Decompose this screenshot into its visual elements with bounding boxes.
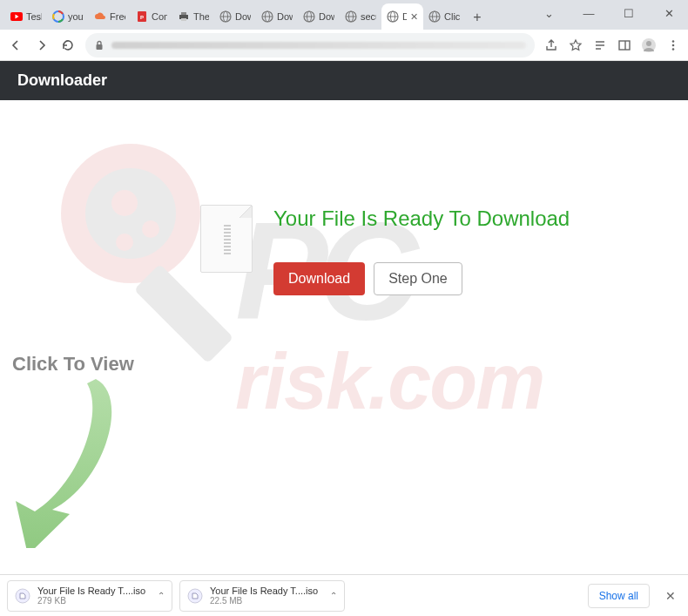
svg-rect-25 [97,44,103,50]
window-maximize-icon[interactable]: ☐ [617,4,641,22]
tab-6[interactable]: Dow [256,3,298,30]
file-icon [200,205,253,273]
svg-point-29 [646,41,651,46]
tab-favicon-icon [219,10,232,23]
tab-7[interactable]: Dow [298,3,340,30]
tab-label: Con [152,11,167,22]
tab-favicon-icon [428,10,441,23]
tab-label: Tesl [26,11,42,22]
tab-3[interactable]: PCon [131,3,172,30]
download-card-0[interactable]: Your File Is Ready T....iso279 KB⌃ [7,580,172,612]
step-one-button[interactable]: Step One [374,262,462,295]
back-button[interactable] [7,37,24,54]
reload-button[interactable] [59,37,77,54]
tab-favicon-icon: P [136,10,148,23]
shelf-close-icon[interactable]: ✕ [660,586,681,606]
tab-2[interactable]: Free [89,3,131,30]
tab-5[interactable]: Dow [214,3,256,30]
download-size: 279 KB [37,596,151,606]
tab-1[interactable]: yout [47,3,89,30]
tab-4[interactable]: The [172,3,214,30]
lock-icon [94,40,105,51]
tab-label: D [402,11,407,22]
tab-label: Dow [235,11,251,22]
tab-label: Click [444,11,460,22]
profile-icon[interactable] [641,37,657,53]
tab-strip: TeslyoutFreePConTheDowDowDowsecuD✕Click+ [0,0,536,30]
tab-0[interactable]: Tesl [5,3,47,30]
download-size: 22.5 MB [210,596,323,606]
tab-favicon-icon [345,10,357,23]
page-title: Downloader [0,61,688,100]
tab-label: secu [361,11,376,22]
svg-rect-6 [181,18,186,21]
window-dropdown-icon[interactable]: ⌄ [536,4,561,22]
window-close-icon[interactable]: ✕ [657,4,681,22]
download-shelf: Your File Is Ready T....iso279 KB⌃Your F… [0,574,688,616]
tab-10[interactable]: Click [423,3,465,30]
download-card-1[interactable]: Your File Is Ready T....iso22.5 MB⌃ [179,580,345,612]
browser-toolbar [0,30,688,61]
tab-favicon-icon [387,10,399,23]
tab-label: Dow [319,11,334,22]
forward-button[interactable] [33,37,51,54]
address-bar[interactable] [85,33,535,58]
tab-favicon-icon [303,10,315,23]
svg-rect-26 [619,41,630,50]
tab-close-icon[interactable]: ✕ [410,11,418,23]
download-name: Your File Is Ready T....iso [210,586,323,596]
click-to-view-label: Click To View [12,353,134,376]
download-title: Your File Is Ready To Download [273,205,636,233]
svg-rect-5 [181,12,186,15]
share-icon[interactable] [543,37,559,53]
watermark: PC risk.com [26,135,662,512]
tab-9[interactable]: D✕ [381,3,423,30]
tab-favicon-icon [52,10,64,23]
star-icon[interactable] [568,37,583,53]
page-content: Downloader PC risk.com Your File Is Read… [0,61,688,548]
svg-point-30 [672,40,675,43]
window-controls: ⌄ — ☐ ✕ [536,0,688,26]
chevron-up-icon[interactable]: ⌃ [158,591,165,600]
chevron-up-icon[interactable]: ⌃ [330,591,337,600]
address-text [111,42,526,49]
tab-favicon-icon [10,10,23,23]
tab-favicon-icon [261,10,273,23]
svg-point-32 [672,48,675,51]
new-tab-button[interactable]: + [465,5,489,30]
download-file-icon [187,588,203,604]
arrow-down-icon [0,362,148,548]
tab-label: Dow [277,11,293,22]
tab-favicon-icon [94,10,106,23]
download-file-icon [15,588,30,604]
tab-label: Free [110,11,125,22]
tab-label: yout [68,11,84,22]
reading-list-icon[interactable] [592,37,608,53]
menu-icon[interactable] [665,37,681,53]
download-button[interactable]: Download [273,262,365,295]
download-name: Your File Is Ready T....iso [37,586,151,596]
tab-favicon-icon [178,10,190,23]
window-minimize-icon[interactable]: — [577,4,601,22]
tab-8[interactable]: secu [340,3,381,30]
show-all-button[interactable]: Show all [588,584,650,608]
svg-text:P: P [140,15,144,20]
tab-label: The [193,11,209,22]
side-panel-icon[interactable] [617,37,632,53]
svg-point-31 [672,44,675,46]
